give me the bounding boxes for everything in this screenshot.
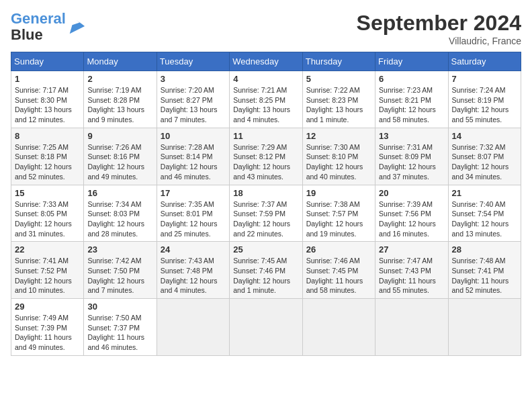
day-of-week-header: Sunday xyxy=(11,52,84,71)
cell-content: Sunrise: 7:49 AMSunset: 7:39 PMDaylight:… xyxy=(15,314,72,351)
calendar-cell: 23 Sunrise: 7:42 AMSunset: 7:50 PMDaylig… xyxy=(84,242,157,299)
calendar-cell: 28 Sunrise: 7:48 AMSunset: 7:41 PMDaylig… xyxy=(448,242,521,299)
cell-content: Sunrise: 7:40 AMSunset: 7:54 PMDaylight:… xyxy=(452,200,509,238)
cell-content: Sunrise: 7:20 AMSunset: 8:27 PMDaylight:… xyxy=(161,86,218,124)
cell-content: Sunrise: 7:31 AMSunset: 8:09 PMDaylight:… xyxy=(379,143,436,181)
cell-content: Sunrise: 7:24 AMSunset: 8:19 PMDaylight:… xyxy=(452,86,509,124)
day-number: 13 xyxy=(379,131,444,141)
day-number: 16 xyxy=(87,188,152,198)
calendar-cell: 15 Sunrise: 7:33 AMSunset: 8:05 PMDaylig… xyxy=(11,185,84,242)
cell-content: Sunrise: 7:35 AMSunset: 8:01 PMDaylight:… xyxy=(161,200,218,238)
cell-content: Sunrise: 7:46 AMSunset: 7:45 PMDaylight:… xyxy=(306,257,363,294)
calendar-cell: 9 Sunrise: 7:26 AMSunset: 8:16 PMDayligh… xyxy=(84,128,157,185)
cell-content: Sunrise: 7:28 AMSunset: 8:14 PMDaylight:… xyxy=(161,143,218,181)
calendar-cell: 17 Sunrise: 7:35 AMSunset: 8:01 PMDaylig… xyxy=(157,185,229,242)
calendar-cell: 1 Sunrise: 7:17 AMSunset: 8:30 PMDayligh… xyxy=(11,71,84,128)
day-number: 2 xyxy=(87,74,152,84)
calendar-cell: 7 Sunrise: 7:24 AMSunset: 8:19 PMDayligh… xyxy=(448,71,521,128)
day-of-week-header: Saturday xyxy=(448,52,521,71)
cell-content: Sunrise: 7:47 AMSunset: 7:43 PMDaylight:… xyxy=(379,257,436,294)
cell-content: Sunrise: 7:42 AMSunset: 7:50 PMDaylight:… xyxy=(87,257,144,294)
day-of-week-header: Wednesday xyxy=(230,52,302,71)
calendar-cell: 10 Sunrise: 7:28 AMSunset: 8:14 PMDaylig… xyxy=(157,128,229,185)
svg-marker-0 xyxy=(70,23,85,34)
calendar-cell: 8 Sunrise: 7:25 AMSunset: 8:18 PMDayligh… xyxy=(11,128,84,185)
calendar-cell: 25 Sunrise: 7:45 AMSunset: 7:46 PMDaylig… xyxy=(230,242,302,299)
cell-content: Sunrise: 7:19 AMSunset: 8:28 PMDaylight:… xyxy=(87,86,144,124)
cell-content: Sunrise: 7:17 AMSunset: 8:30 PMDaylight:… xyxy=(15,86,72,124)
location-subtitle: Villaudric, France xyxy=(357,36,521,46)
day-number: 15 xyxy=(15,188,80,198)
cell-content: Sunrise: 7:30 AMSunset: 8:10 PMDaylight:… xyxy=(306,143,363,181)
calendar-cell: 29 Sunrise: 7:49 AMSunset: 7:39 PMDaylig… xyxy=(11,299,84,356)
day-number: 22 xyxy=(15,244,80,255)
calendar-cell: 3 Sunrise: 7:20 AMSunset: 8:27 PMDayligh… xyxy=(157,71,229,128)
day-number: 5 xyxy=(306,74,371,84)
day-number: 29 xyxy=(15,302,80,312)
cell-content: Sunrise: 7:39 AMSunset: 7:56 PMDaylight:… xyxy=(379,200,436,238)
calendar-week-row: 29 Sunrise: 7:49 AMSunset: 7:39 PMDaylig… xyxy=(11,299,521,356)
cell-content: Sunrise: 7:38 AMSunset: 7:57 PMDaylight:… xyxy=(306,200,363,238)
day-number: 10 xyxy=(161,131,226,141)
cell-content: Sunrise: 7:41 AMSunset: 7:52 PMDaylight:… xyxy=(15,257,72,294)
calendar-cell xyxy=(375,299,448,356)
day-number: 20 xyxy=(379,188,444,198)
day-number: 21 xyxy=(452,188,517,198)
calendar-cell xyxy=(157,299,229,356)
title-section: September 2024 Villaudric, France xyxy=(357,11,521,46)
day-number: 19 xyxy=(306,188,371,198)
calendar-cell: 11 Sunrise: 7:29 AMSunset: 8:12 PMDaylig… xyxy=(230,128,302,185)
day-number: 23 xyxy=(87,244,152,255)
calendar-cell: 2 Sunrise: 7:19 AMSunset: 8:28 PMDayligh… xyxy=(84,71,157,128)
day-number: 25 xyxy=(233,244,298,255)
calendar-cell: 19 Sunrise: 7:38 AMSunset: 7:57 PMDaylig… xyxy=(302,185,375,242)
cell-content: Sunrise: 7:34 AMSunset: 8:03 PMDaylight:… xyxy=(87,200,144,238)
day-number: 8 xyxy=(15,131,80,141)
calendar-week-row: 1 Sunrise: 7:17 AMSunset: 8:30 PMDayligh… xyxy=(11,71,521,128)
day-number: 1 xyxy=(15,74,80,84)
calendar-cell: 13 Sunrise: 7:31 AMSunset: 8:09 PMDaylig… xyxy=(375,128,448,185)
cell-content: Sunrise: 7:43 AMSunset: 7:48 PMDaylight:… xyxy=(161,257,218,294)
calendar-week-row: 22 Sunrise: 7:41 AMSunset: 7:52 PMDaylig… xyxy=(11,242,521,299)
cell-content: Sunrise: 7:25 AMSunset: 8:18 PMDaylight:… xyxy=(15,143,72,181)
day-number: 18 xyxy=(233,188,298,198)
cell-content: Sunrise: 7:32 AMSunset: 8:07 PMDaylight:… xyxy=(452,143,509,181)
day-of-week-header: Monday xyxy=(84,52,157,71)
calendar-header-row: SundayMondayTuesdayWednesdayThursdayFrid… xyxy=(11,52,521,71)
day-number: 26 xyxy=(306,244,371,255)
calendar-cell: 20 Sunrise: 7:39 AMSunset: 7:56 PMDaylig… xyxy=(375,185,448,242)
cell-content: Sunrise: 7:23 AMSunset: 8:21 PMDaylight:… xyxy=(379,86,436,124)
day-number: 24 xyxy=(161,244,226,255)
day-of-week-header: Tuesday xyxy=(157,52,229,71)
day-number: 3 xyxy=(161,74,226,84)
cell-content: Sunrise: 7:26 AMSunset: 8:16 PMDaylight:… xyxy=(87,143,144,181)
day-of-week-header: Friday xyxy=(375,52,448,71)
logo: GeneralBlue xyxy=(11,11,86,43)
day-number: 17 xyxy=(161,188,226,198)
calendar-cell: 6 Sunrise: 7:23 AMSunset: 8:21 PMDayligh… xyxy=(375,71,448,128)
calendar-cell xyxy=(302,299,375,356)
page-header: GeneralBlue September 2024 Villaudric, F… xyxy=(11,11,521,46)
day-number: 4 xyxy=(233,74,298,84)
day-number: 6 xyxy=(379,74,444,84)
calendar-cell: 22 Sunrise: 7:41 AMSunset: 7:52 PMDaylig… xyxy=(11,242,84,299)
calendar-cell xyxy=(230,299,302,356)
calendar-cell: 4 Sunrise: 7:21 AMSunset: 8:25 PMDayligh… xyxy=(230,71,302,128)
calendar-table: SundayMondayTuesdayWednesdayThursdayFrid… xyxy=(11,52,521,356)
day-number: 9 xyxy=(87,131,152,141)
day-number: 28 xyxy=(452,244,517,255)
cell-content: Sunrise: 7:48 AMSunset: 7:41 PMDaylight:… xyxy=(452,257,509,294)
cell-content: Sunrise: 7:22 AMSunset: 8:23 PMDaylight:… xyxy=(306,86,363,124)
day-number: 7 xyxy=(452,74,517,84)
cell-content: Sunrise: 7:29 AMSunset: 8:12 PMDaylight:… xyxy=(233,143,290,181)
calendar-cell: 24 Sunrise: 7:43 AMSunset: 7:48 PMDaylig… xyxy=(157,242,229,299)
calendar-cell: 26 Sunrise: 7:46 AMSunset: 7:45 PMDaylig… xyxy=(302,242,375,299)
calendar-cell: 18 Sunrise: 7:37 AMSunset: 7:59 PMDaylig… xyxy=(230,185,302,242)
calendar-cell: 14 Sunrise: 7:32 AMSunset: 8:07 PMDaylig… xyxy=(448,128,521,185)
cell-content: Sunrise: 7:50 AMSunset: 7:37 PMDaylight:… xyxy=(87,314,144,351)
calendar-cell xyxy=(448,299,521,356)
calendar-week-row: 8 Sunrise: 7:25 AMSunset: 8:18 PMDayligh… xyxy=(11,128,521,185)
day-number: 27 xyxy=(379,244,444,255)
calendar-cell: 21 Sunrise: 7:40 AMSunset: 7:54 PMDaylig… xyxy=(448,185,521,242)
cell-content: Sunrise: 7:37 AMSunset: 7:59 PMDaylight:… xyxy=(233,200,290,238)
